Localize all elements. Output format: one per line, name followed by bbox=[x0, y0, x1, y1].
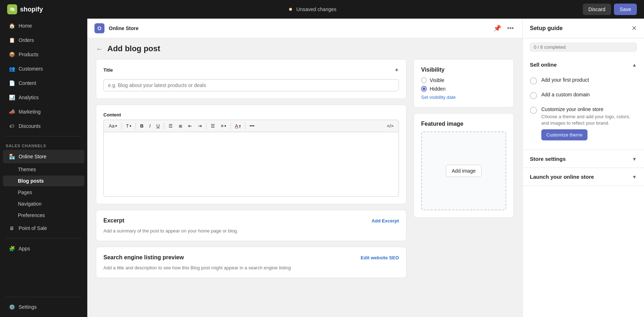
toolbar-indent-inc-btn[interactable]: ⇥ bbox=[196, 122, 204, 130]
sidebar-item-apps[interactable]: 🧩 Apps bbox=[3, 242, 84, 255]
toolbar-color-btn[interactable]: A ▾ bbox=[233, 122, 243, 130]
toolbar-bold-btn[interactable]: B bbox=[138, 122, 146, 130]
launch-section-header[interactable]: Launch your online store ▼ bbox=[523, 168, 644, 186]
sell-online-section-header[interactable]: Sell online ▲ bbox=[523, 56, 644, 73]
visibility-title: Visibility bbox=[421, 67, 506, 73]
sidebar-item-products-label: Products bbox=[19, 52, 38, 57]
sidebar-divider-2 bbox=[6, 238, 82, 239]
sidebar-item-analytics[interactable]: 📊 Analytics bbox=[3, 91, 84, 104]
title-label: Title bbox=[103, 67, 391, 73]
set-visibility-date-link[interactable]: Set visibility date bbox=[421, 95, 506, 100]
shopify-bag-icon: 🛍 bbox=[7, 4, 17, 14]
sidebar-item-analytics-label: Analytics bbox=[19, 95, 39, 100]
toolbar-underline-btn[interactable]: U bbox=[154, 122, 162, 130]
featured-image-area[interactable]: Add image bbox=[421, 131, 506, 210]
add-image-button[interactable]: Add image bbox=[446, 165, 482, 177]
topbar-center: Unsaved changes bbox=[289, 6, 336, 12]
sidebar-item-blog-posts[interactable]: Blog posts bbox=[3, 176, 84, 186]
launch-chevron-icon: ▼ bbox=[632, 174, 637, 180]
toolbar-divider-3 bbox=[164, 123, 164, 129]
sidebar-item-settings[interactable]: ⚙️ Settings bbox=[3, 300, 84, 314]
sidebar-item-preferences-label: Preferences bbox=[18, 212, 45, 218]
toolbar-ul-btn[interactable]: ☰ bbox=[166, 122, 175, 130]
sidebar-item-settings-label: Settings bbox=[19, 304, 37, 310]
sidebar-item-orders[interactable]: 📋 Orders bbox=[3, 33, 84, 47]
guide-section-launch: Launch your online store ▼ bbox=[523, 168, 644, 186]
sidebar-item-online-store[interactable]: 🏪 Online Store bbox=[3, 150, 84, 163]
sidebar-item-pages[interactable]: Pages bbox=[3, 187, 84, 198]
sidebar-item-products[interactable]: 📦 Products bbox=[3, 48, 84, 61]
customers-icon: 👥 bbox=[9, 66, 15, 72]
visible-radio[interactable] bbox=[421, 77, 427, 83]
sidebar-item-customers[interactable]: 👥 Customers bbox=[3, 62, 84, 76]
home-icon: 🏠 bbox=[9, 23, 15, 29]
pin-button[interactable]: 📌 bbox=[492, 23, 503, 34]
toolbar-align-btn[interactable]: ≡ ▾ bbox=[219, 122, 228, 130]
editor-area[interactable] bbox=[103, 132, 399, 197]
products-icon: 📦 bbox=[9, 51, 15, 58]
settings-icon: ⚙️ bbox=[9, 304, 15, 310]
left-column: Title ✦ Content Aa ▾ T ▾ B I U bbox=[96, 59, 406, 308]
add-excerpt-link[interactable]: Add Excerpt bbox=[371, 218, 399, 224]
excerpt-body: Add a summary of the post to appear on y… bbox=[103, 228, 399, 234]
main-layout: 🏠 Home 📋 Orders 📦 Products 👥 Customers 📄… bbox=[0, 19, 644, 317]
toolbar-align-left-btn[interactable]: ☰ bbox=[209, 122, 217, 130]
store-settings-section-header[interactable]: Store settings ▼ bbox=[523, 150, 644, 168]
guide-section-store-settings: Store settings ▼ bbox=[523, 150, 644, 168]
toolbar-indent-dec-btn[interactable]: ⇤ bbox=[186, 122, 194, 130]
sidebar-item-marketing-label: Marketing bbox=[19, 109, 40, 115]
discard-button[interactable]: Discard bbox=[583, 4, 611, 15]
orders-icon: 📋 bbox=[9, 37, 15, 43]
sidebar-item-marketing[interactable]: 📣 Marketing bbox=[3, 105, 84, 119]
save-button[interactable]: Save bbox=[614, 4, 637, 15]
guide-item-customize-store-content: Customize your online store Choose a the… bbox=[541, 106, 637, 140]
back-icon: ← bbox=[96, 45, 103, 53]
toolbar-font-btn[interactable]: T ▾ bbox=[124, 122, 133, 130]
customize-store-desc: Choose a theme and add your logo, colors… bbox=[541, 114, 637, 126]
sidebar-item-content[interactable]: 📄 Content bbox=[3, 76, 84, 90]
setup-guide-close-button[interactable]: ✕ bbox=[631, 24, 637, 32]
sidebar-divider-3 bbox=[6, 297, 82, 297]
sidebar-item-content-label: Content bbox=[19, 80, 36, 86]
topbar-left: 🛍 shopify bbox=[7, 4, 43, 14]
guide-item-first-product: Add your first product bbox=[530, 73, 637, 88]
marketing-icon: 📣 bbox=[9, 109, 15, 115]
hidden-radio[interactable] bbox=[421, 86, 427, 92]
back-button[interactable]: ← bbox=[96, 45, 103, 53]
content-label: Content bbox=[103, 112, 399, 117]
toolbar-italic-btn[interactable]: I bbox=[147, 122, 153, 130]
sell-online-chevron-icon: ▲ bbox=[632, 62, 637, 68]
sidebar-item-apps-label: Apps bbox=[19, 246, 30, 251]
toolbar-divider-5 bbox=[230, 123, 231, 129]
sidebar-item-themes[interactable]: Themes bbox=[3, 164, 84, 175]
toolbar-format-btn[interactable]: Aa ▾ bbox=[107, 122, 119, 130]
sidebar-item-preferences[interactable]: Preferences bbox=[3, 210, 84, 221]
toolbar-more-btn[interactable]: ••• bbox=[248, 122, 257, 130]
title-input[interactable] bbox=[103, 79, 399, 91]
seo-title: Search engine listing preview bbox=[103, 254, 184, 261]
guide-section-sell-online: Sell online ▲ Add your first product Add… bbox=[523, 56, 644, 150]
featured-image-label: Featured image bbox=[421, 121, 463, 127]
pos-icon: 🖥 bbox=[9, 225, 15, 231]
sidebar-item-discounts[interactable]: 🏷 Discounts bbox=[3, 119, 84, 133]
sidebar-item-navigation[interactable]: Navigation bbox=[3, 198, 84, 209]
toolbar-code-btn[interactable]: </> bbox=[385, 122, 396, 130]
visibility-hidden-option[interactable]: Hidden bbox=[421, 86, 506, 92]
edit-seo-link[interactable]: Edit website SEO bbox=[361, 255, 399, 260]
toolbar-ol-btn[interactable]: ≣ bbox=[176, 122, 185, 130]
more-button[interactable]: ••• bbox=[506, 23, 515, 34]
unsaved-label: Unsaved changes bbox=[296, 6, 336, 12]
visibility-radio-group: Visible Hidden bbox=[421, 77, 506, 92]
featured-image-title: Featured image bbox=[421, 121, 506, 127]
sidebar-item-home[interactable]: 🏠 Home bbox=[3, 19, 84, 33]
toolbar-divider-2 bbox=[136, 123, 136, 129]
sidebar-item-blog-posts-label: Blog posts bbox=[18, 178, 44, 184]
visibility-visible-option[interactable]: Visible bbox=[421, 77, 506, 83]
visible-label: Visible bbox=[430, 77, 444, 83]
visibility-label: Visibility bbox=[421, 67, 445, 73]
header-actions: 📌 ••• bbox=[492, 23, 515, 34]
toolbar-divider-4 bbox=[206, 123, 206, 129]
customize-theme-button[interactable]: Customize theme bbox=[541, 129, 587, 140]
sidebar-item-point-of-sale[interactable]: 🖥 Point of Sale bbox=[3, 221, 84, 235]
sell-online-body: Add your first product Add a custom doma… bbox=[523, 73, 644, 150]
